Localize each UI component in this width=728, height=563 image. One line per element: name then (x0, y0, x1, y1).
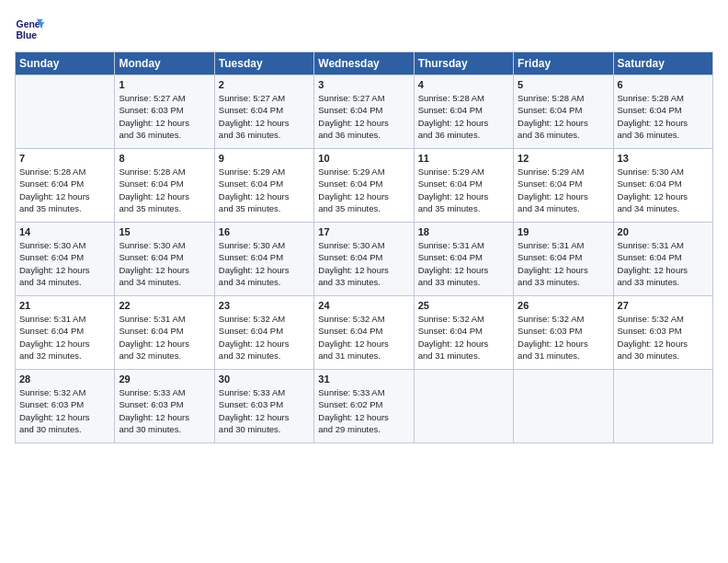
day-info: Sunrise: 5:30 AM Sunset: 6:04 PM Dayligh… (219, 239, 310, 288)
day-number: 23 (219, 300, 310, 311)
day-info: Sunrise: 5:28 AM Sunset: 6:04 PM Dayligh… (19, 166, 110, 214)
calendar-cell: 27Sunrise: 5:32 AM Sunset: 6:03 PM Dayli… (613, 296, 712, 370)
day-info: Sunrise: 5:29 AM Sunset: 6:04 PM Dayligh… (518, 166, 609, 214)
week-row-3: 14Sunrise: 5:30 AM Sunset: 6:04 PM Dayli… (16, 223, 713, 296)
calendar-cell: 21Sunrise: 5:31 AM Sunset: 6:04 PM Dayli… (16, 296, 115, 370)
day-info: Sunrise: 5:28 AM Sunset: 6:04 PM Dayligh… (518, 92, 609, 141)
calendar-cell: 12Sunrise: 5:29 AM Sunset: 6:04 PM Dayli… (514, 149, 613, 223)
calendar-cell: 18Sunrise: 5:31 AM Sunset: 6:04 PM Dayli… (414, 223, 513, 296)
day-number: 6 (618, 79, 709, 90)
page-header: General Blue (15, 15, 713, 44)
day-info: Sunrise: 5:29 AM Sunset: 6:04 PM Dayligh… (219, 166, 310, 214)
day-info: Sunrise: 5:30 AM Sunset: 6:04 PM Dayligh… (119, 239, 210, 288)
day-info: Sunrise: 5:30 AM Sunset: 6:04 PM Dayligh… (618, 166, 709, 214)
calendar-cell: 9Sunrise: 5:29 AM Sunset: 6:04 PM Daylig… (214, 149, 313, 223)
calendar-cell: 16Sunrise: 5:30 AM Sunset: 6:04 PM Dayli… (214, 223, 313, 296)
calendar-table: SundayMondayTuesdayWednesdayThursdayFrid… (15, 52, 713, 443)
day-info: Sunrise: 5:33 AM Sunset: 6:03 PM Dayligh… (219, 386, 310, 435)
calendar-cell: 30Sunrise: 5:33 AM Sunset: 6:03 PM Dayli… (214, 370, 313, 443)
logo: General Blue (15, 15, 50, 44)
calendar-header-row: SundayMondayTuesdayWednesdayThursdayFrid… (16, 52, 713, 75)
calendar-cell: 8Sunrise: 5:28 AM Sunset: 6:04 PM Daylig… (115, 149, 214, 223)
day-number: 17 (318, 226, 409, 237)
day-number: 16 (219, 226, 310, 237)
column-header-tuesday: Tuesday (214, 52, 313, 75)
column-header-friday: Friday (514, 52, 613, 75)
day-number: 9 (219, 153, 310, 164)
day-number: 28 (19, 373, 110, 385)
day-info: Sunrise: 5:29 AM Sunset: 6:04 PM Dayligh… (418, 166, 509, 214)
calendar-cell: 1Sunrise: 5:27 AM Sunset: 6:03 PM Daylig… (115, 75, 214, 149)
day-info: Sunrise: 5:31 AM Sunset: 6:04 PM Dayligh… (618, 239, 709, 288)
day-number: 24 (318, 300, 409, 311)
day-number: 3 (318, 79, 409, 90)
day-number: 22 (119, 300, 210, 311)
day-info: Sunrise: 5:32 AM Sunset: 6:03 PM Dayligh… (19, 386, 110, 435)
day-number: 10 (318, 153, 409, 164)
day-info: Sunrise: 5:28 AM Sunset: 6:04 PM Dayligh… (119, 166, 210, 214)
day-info: Sunrise: 5:27 AM Sunset: 6:03 PM Dayligh… (119, 92, 210, 141)
day-info: Sunrise: 5:32 AM Sunset: 6:03 PM Dayligh… (518, 313, 609, 362)
calendar-cell: 25Sunrise: 5:32 AM Sunset: 6:04 PM Dayli… (414, 296, 513, 370)
day-info: Sunrise: 5:27 AM Sunset: 6:04 PM Dayligh… (318, 92, 409, 141)
week-row-4: 21Sunrise: 5:31 AM Sunset: 6:04 PM Dayli… (16, 296, 713, 370)
day-number: 27 (618, 300, 709, 311)
day-number: 8 (119, 153, 210, 164)
calendar-cell: 5Sunrise: 5:28 AM Sunset: 6:04 PM Daylig… (514, 75, 613, 149)
day-number: 15 (119, 226, 210, 237)
calendar-cell: 22Sunrise: 5:31 AM Sunset: 6:04 PM Dayli… (115, 296, 214, 370)
svg-text:Blue: Blue (17, 30, 38, 40)
calendar-cell: 28Sunrise: 5:32 AM Sunset: 6:03 PM Dayli… (16, 370, 115, 443)
day-number: 25 (418, 300, 509, 311)
calendar-cell: 3Sunrise: 5:27 AM Sunset: 6:04 PM Daylig… (314, 75, 414, 149)
calendar-cell: 29Sunrise: 5:33 AM Sunset: 6:03 PM Dayli… (115, 370, 214, 443)
calendar-cell: 10Sunrise: 5:29 AM Sunset: 6:04 PM Dayli… (314, 149, 414, 223)
day-info: Sunrise: 5:28 AM Sunset: 6:04 PM Dayligh… (618, 92, 709, 141)
day-number: 31 (318, 373, 409, 385)
logo-icon: General Blue (15, 15, 44, 44)
day-info: Sunrise: 5:28 AM Sunset: 6:04 PM Dayligh… (418, 92, 509, 141)
day-info: Sunrise: 5:31 AM Sunset: 6:04 PM Dayligh… (19, 313, 110, 362)
calendar-cell: 13Sunrise: 5:30 AM Sunset: 6:04 PM Dayli… (613, 149, 712, 223)
day-number: 26 (518, 300, 609, 311)
day-number: 14 (19, 226, 110, 237)
day-info: Sunrise: 5:31 AM Sunset: 6:04 PM Dayligh… (518, 239, 609, 288)
day-info: Sunrise: 5:33 AM Sunset: 6:02 PM Dayligh… (318, 386, 409, 435)
calendar-cell: 23Sunrise: 5:32 AM Sunset: 6:04 PM Dayli… (214, 296, 313, 370)
calendar-cell: 19Sunrise: 5:31 AM Sunset: 6:04 PM Dayli… (514, 223, 613, 296)
day-number: 11 (418, 153, 509, 164)
calendar-cell: 11Sunrise: 5:29 AM Sunset: 6:04 PM Dayli… (414, 149, 513, 223)
week-row-5: 28Sunrise: 5:32 AM Sunset: 6:03 PM Dayli… (16, 370, 713, 443)
day-number: 4 (418, 79, 509, 90)
day-info: Sunrise: 5:32 AM Sunset: 6:04 PM Dayligh… (418, 313, 509, 362)
calendar-cell: 6Sunrise: 5:28 AM Sunset: 6:04 PM Daylig… (613, 75, 712, 149)
calendar-cell: 31Sunrise: 5:33 AM Sunset: 6:02 PM Dayli… (314, 370, 414, 443)
day-number: 18 (418, 226, 509, 237)
day-info: Sunrise: 5:32 AM Sunset: 6:03 PM Dayligh… (618, 313, 709, 362)
day-number: 12 (518, 153, 609, 164)
day-info: Sunrise: 5:31 AM Sunset: 6:04 PM Dayligh… (119, 313, 210, 362)
calendar-cell: 14Sunrise: 5:30 AM Sunset: 6:04 PM Dayli… (16, 223, 115, 296)
week-row-2: 7Sunrise: 5:28 AM Sunset: 6:04 PM Daylig… (16, 149, 713, 223)
day-number: 19 (518, 226, 609, 237)
calendar-cell: 24Sunrise: 5:32 AM Sunset: 6:04 PM Dayli… (314, 296, 414, 370)
column-header-thursday: Thursday (414, 52, 513, 75)
calendar-cell: 26Sunrise: 5:32 AM Sunset: 6:03 PM Dayli… (514, 296, 613, 370)
day-info: Sunrise: 5:31 AM Sunset: 6:04 PM Dayligh… (418, 239, 509, 288)
calendar-cell: 20Sunrise: 5:31 AM Sunset: 6:04 PM Dayli… (613, 223, 712, 296)
day-number: 21 (19, 300, 110, 311)
day-number: 20 (618, 226, 709, 237)
calendar-body: 1Sunrise: 5:27 AM Sunset: 6:03 PM Daylig… (16, 75, 713, 443)
day-number: 30 (219, 373, 310, 385)
calendar-cell: 2Sunrise: 5:27 AM Sunset: 6:04 PM Daylig… (214, 75, 313, 149)
day-number: 7 (19, 153, 110, 164)
column-header-sunday: Sunday (16, 52, 115, 75)
day-number: 29 (119, 373, 210, 385)
day-number: 13 (618, 153, 709, 164)
column-header-monday: Monday (115, 52, 214, 75)
day-number: 5 (518, 79, 609, 90)
day-info: Sunrise: 5:30 AM Sunset: 6:04 PM Dayligh… (19, 239, 110, 288)
day-number: 1 (119, 79, 210, 90)
day-info: Sunrise: 5:32 AM Sunset: 6:04 PM Dayligh… (219, 313, 310, 362)
day-info: Sunrise: 5:30 AM Sunset: 6:04 PM Dayligh… (318, 239, 409, 288)
